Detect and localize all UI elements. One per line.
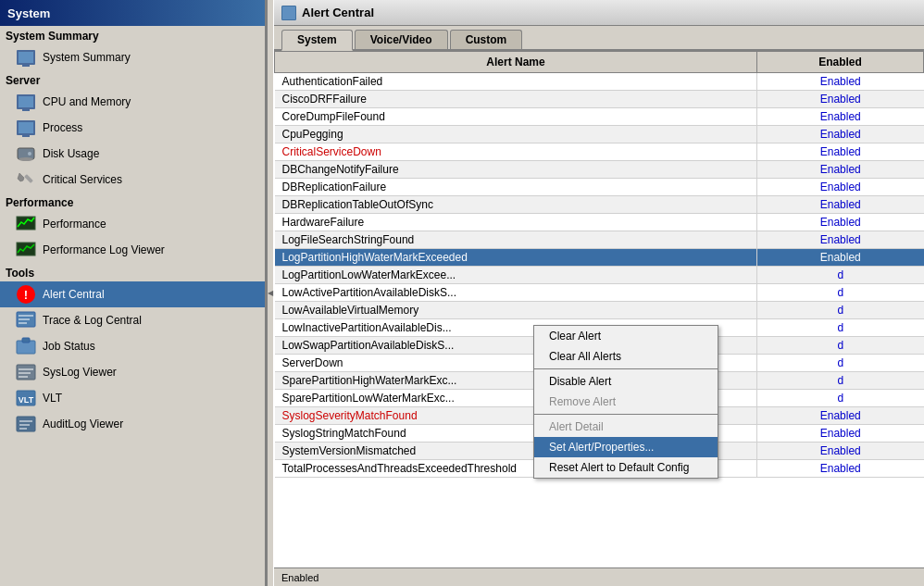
sidebar-title-text: System xyxy=(7,6,50,20)
sidebar-item-label: Process xyxy=(43,121,82,134)
menu-item-clear-all-alerts[interactable]: Clear All Alerts xyxy=(534,346,718,367)
tab-voice-video[interactable]: Voice/Video xyxy=(355,30,448,49)
monitor-icon xyxy=(15,91,37,113)
sidebar-item-label: AuditLog Viewer xyxy=(43,418,123,430)
menu-separator xyxy=(534,368,718,369)
trace-icon xyxy=(15,309,37,331)
sidebar-item-vlt[interactable]: VLT VLT xyxy=(0,385,265,411)
alert-name-cell: LowAvailableVirtualMemory xyxy=(275,302,757,319)
alert-name-cell: LogFileSearchStringFound xyxy=(275,231,757,249)
table-row[interactable]: LogPartitionHighWaterMarkExceededEnabled xyxy=(275,249,924,267)
enabled-cell: Enabled xyxy=(757,143,924,161)
sidebar-item-label: Job Status xyxy=(43,340,95,353)
perf-log-icon xyxy=(15,239,37,261)
sidebar-item-performance[interactable]: Performance xyxy=(0,211,265,237)
vlt-icon: VLT xyxy=(15,387,37,409)
alert-icon: ! xyxy=(15,283,37,305)
table-row[interactable]: CriticalServiceDownEnabled xyxy=(275,143,924,161)
enabled-cell: d xyxy=(757,390,924,407)
svg-rect-5 xyxy=(17,243,35,256)
status-bar: Enabled xyxy=(274,567,924,586)
main-panel: Alert Central System Voice/Video Custom … xyxy=(274,0,924,586)
sidebar-item-label: Alert Central xyxy=(43,288,105,301)
alert-name-cell: DBReplicationTableOutOfSync xyxy=(275,196,757,214)
sidebar-item-disk-usage[interactable]: Disk Usage xyxy=(0,141,265,167)
wrench-icon xyxy=(15,168,37,191)
menu-item-set-alert-properties[interactable]: Set Alert/Properties... xyxy=(534,437,718,457)
table-row[interactable]: LowActivePartitionAvailableDiskS...d xyxy=(275,284,924,302)
table-row[interactable]: DBReplicationTableOutOfSyncEnabled xyxy=(275,196,924,214)
table-row[interactable]: CiscoDRFFailureEnabled xyxy=(275,91,924,108)
enabled-cell: d xyxy=(757,302,924,319)
enabled-cell: Enabled xyxy=(757,73,924,91)
sidebar-item-perf-log-viewer[interactable]: Performance Log Viewer xyxy=(0,237,265,263)
monitor-icon xyxy=(15,117,37,139)
tab-system[interactable]: System xyxy=(281,30,353,51)
section-label-performance: Performance xyxy=(0,193,265,211)
col-header-enabled: Enabled xyxy=(757,52,924,73)
alert-name-cell: DBReplicationFailure xyxy=(275,179,757,196)
resize-divider[interactable] xyxy=(267,0,274,586)
enabled-cell: Enabled xyxy=(757,214,924,231)
sidebar-title: System xyxy=(0,0,265,26)
section-label-tools: Tools xyxy=(0,263,265,281)
audit-icon xyxy=(15,413,37,435)
col-header-alert-name: Alert Name xyxy=(275,52,757,73)
sidebar-item-label: Performance Log Viewer xyxy=(43,243,165,256)
sidebar-item-cpu-memory[interactable]: CPU and Memory xyxy=(0,89,265,115)
section-label-system-summary: System Summary xyxy=(0,26,265,44)
menu-item-alert-detail: Alert Detail xyxy=(534,417,718,437)
alert-name-cell: CriticalServiceDown xyxy=(275,143,757,161)
sidebar-item-process[interactable]: Process xyxy=(0,115,265,141)
enabled-cell: Enabled xyxy=(757,108,924,126)
perf-icon xyxy=(15,213,37,235)
table-row[interactable]: AuthenticationFailedEnabled xyxy=(275,73,924,91)
alert-name-cell: CiscoDRFFailure xyxy=(275,91,757,108)
sidebar-item-auditlog-viewer[interactable]: AuditLog Viewer xyxy=(0,411,265,437)
svg-rect-11 xyxy=(22,338,30,343)
sidebar-item-alert-central[interactable]: ! Alert Central xyxy=(0,281,265,307)
enabled-cell: Enabled xyxy=(757,179,924,196)
enabled-cell: d xyxy=(757,355,924,372)
sidebar-item-syslog-viewer[interactable]: SysLog Viewer xyxy=(0,359,265,385)
window-icon xyxy=(281,6,296,20)
table-row[interactable]: DBReplicationFailureEnabled xyxy=(275,179,924,196)
table-row[interactable]: CoreDumpFileFoundEnabled xyxy=(275,108,924,126)
sidebar-item-job-status[interactable]: Job Status xyxy=(0,333,265,359)
alert-name-cell: LogPartitionLowWaterMarkExcee... xyxy=(275,267,757,284)
table-row[interactable]: CpuPeggingEnabled xyxy=(275,126,924,143)
enabled-cell: d xyxy=(757,337,924,355)
alert-name-cell: CpuPegging xyxy=(275,126,757,143)
menu-item-reset-alert[interactable]: Reset Alert to Default Config xyxy=(534,457,718,478)
status-text: Enabled xyxy=(281,572,318,583)
alert-name-cell: LowActivePartitionAvailableDiskS... xyxy=(275,284,757,302)
menu-item-clear-alert[interactable]: Clear Alert xyxy=(534,326,718,346)
menu-item-disable-alert[interactable]: Disable Alert xyxy=(534,371,718,392)
window-title: Alert Central xyxy=(302,6,374,19)
enabled-cell: Enabled xyxy=(757,231,924,249)
enabled-cell: Enabled xyxy=(757,425,924,443)
sidebar-item-critical-services[interactable]: Critical Services xyxy=(0,167,265,193)
table-row[interactable]: DBChangeNotifyFailureEnabled xyxy=(275,161,924,179)
enabled-cell: Enabled xyxy=(757,196,924,214)
svg-point-2 xyxy=(28,152,31,156)
tab-custom[interactable]: Custom xyxy=(450,30,523,49)
sidebar-item-label: Critical Services xyxy=(43,173,122,186)
alert-table-container: Alert Name Enabled AuthenticationFailedE… xyxy=(274,51,924,567)
table-row[interactable]: HardwareFailureEnabled xyxy=(275,214,924,231)
sidebar-item-trace-log[interactable]: Trace & Log Central xyxy=(0,307,265,333)
table-row[interactable]: LogFileSearchStringFoundEnabled xyxy=(275,231,924,249)
sidebar-item-label: Trace & Log Central xyxy=(43,314,142,327)
table-row[interactable]: LowAvailableVirtualMemoryd xyxy=(275,302,924,319)
svg-rect-4 xyxy=(17,217,35,230)
alert-name-cell: CoreDumpFileFound xyxy=(275,108,757,126)
table-row[interactable]: LogPartitionLowWaterMarkExcee...d xyxy=(275,267,924,284)
sidebar-item-label: System Summary xyxy=(43,51,131,64)
sidebar-item-label: CPU and Memory xyxy=(43,95,131,108)
alert-name-cell: DBChangeNotifyFailure xyxy=(275,161,757,179)
enabled-cell: Enabled xyxy=(757,460,924,478)
sidebar-item-system-summary[interactable]: System Summary xyxy=(0,44,265,70)
alert-name-cell: LogPartitionHighWaterMarkExceeded xyxy=(275,249,757,267)
context-menu: Clear AlertClear All AlertsDisable Alert… xyxy=(533,325,718,479)
disk-icon xyxy=(15,143,37,165)
